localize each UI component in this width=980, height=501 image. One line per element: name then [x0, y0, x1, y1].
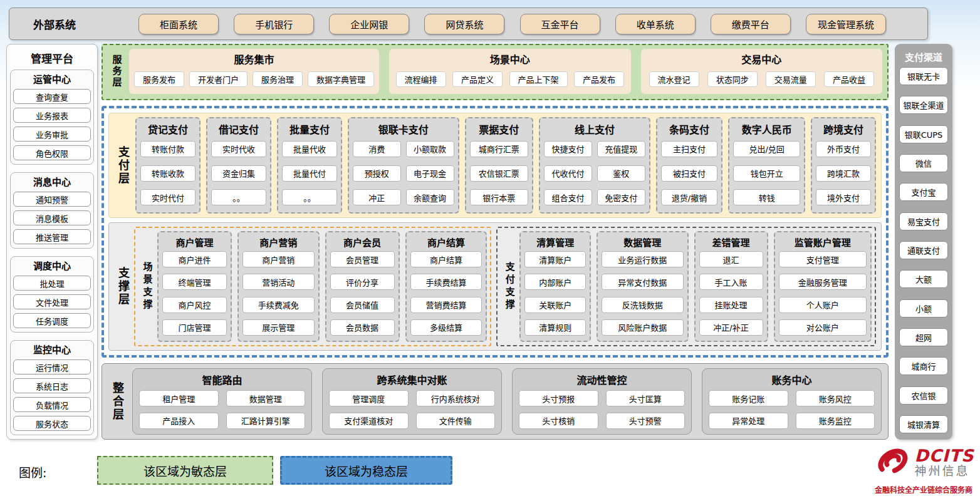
external-system-button[interactable]: 收单系统 — [615, 14, 696, 34]
scene-support-item-button[interactable]: 商户风控 — [162, 297, 227, 313]
payment-item-button[interactable]: 电子现金 — [406, 165, 454, 182]
payment-channel-button[interactable]: 银联无卡 — [899, 67, 948, 85]
management-item-button[interactable]: 运行情况 — [13, 359, 91, 374]
management-item-button[interactable]: 负载情况 — [13, 397, 91, 412]
management-item-button[interactable]: 角色权限 — [13, 145, 91, 160]
service-item-button[interactable]: 开发者门户 — [189, 71, 248, 87]
payment-item-button[interactable]: 银行本票 — [470, 189, 529, 205]
payment-item-button[interactable]: 冲正 — [353, 189, 401, 205]
scene-support-item-button[interactable]: 商户结算 — [410, 251, 482, 267]
payment-item-button[interactable]: 批量代付 — [282, 165, 337, 182]
payment-channel-button[interactable]: 支付宝 — [899, 183, 948, 201]
external-system-button[interactable]: 企业网银 — [329, 14, 409, 34]
payment-item-button[interactable]: 转账收款 — [140, 165, 195, 182]
integration-item-button[interactable]: 账务监控 — [796, 413, 875, 429]
service-item-button[interactable]: 产品发布 — [574, 71, 624, 87]
service-item-button[interactable]: 产品收益 — [824, 71, 874, 87]
service-item-button[interactable]: 产品上下架 — [509, 71, 568, 87]
integration-item-button[interactable]: 账务风控 — [796, 390, 875, 406]
payment-item-button[interactable]: 境外支付 — [816, 189, 871, 205]
payment-support-item-button[interactable]: 挂账处理 — [699, 297, 763, 313]
integration-item-button[interactable]: 头寸匡算 — [606, 390, 685, 406]
management-item-button[interactable]: 消息模板 — [13, 210, 91, 225]
scene-support-item-button[interactable]: 营销费结算 — [410, 297, 482, 313]
external-system-button[interactable]: 现金管理系统 — [806, 14, 886, 34]
payment-support-item-button[interactable]: 内部账户 — [524, 274, 586, 290]
payment-channel-button[interactable]: 小额 — [899, 299, 948, 318]
service-item-button[interactable]: 交易流量 — [766, 71, 816, 87]
payment-support-item-button[interactable]: 清算规则 — [524, 319, 586, 336]
integration-item-button[interactable]: 行内系统核对 — [416, 390, 496, 406]
management-item-button[interactable]: 任务调度 — [13, 313, 91, 328]
payment-item-button[interactable]: 兑出/兑回 — [733, 141, 800, 157]
external-system-button[interactable]: 网贷系统 — [424, 14, 504, 34]
scene-support-item-button[interactable]: 商户进件 — [162, 251, 227, 267]
management-item-button[interactable]: 批处理 — [13, 276, 91, 291]
integration-item-button[interactable]: 管理调度 — [329, 390, 409, 406]
external-system-button[interactable]: 柜面系统 — [138, 14, 219, 34]
payment-channel-button[interactable]: 银联全渠道 — [899, 96, 948, 114]
payment-channel-button[interactable]: 大额 — [899, 270, 948, 288]
management-item-button[interactable]: 通知预警 — [13, 192, 91, 207]
payment-item-button[interactable]: 鉴权 — [597, 165, 645, 182]
integration-item-button[interactable]: 头寸核销 — [519, 413, 598, 429]
payment-item-button[interactable]: 组合支付 — [544, 189, 592, 205]
payment-support-item-button[interactable]: 个人账户 — [779, 297, 867, 313]
payment-item-button[interactable]: 跨境汇款 — [816, 165, 871, 182]
integration-item-button[interactable]: 异常处理 — [709, 413, 788, 429]
payment-support-item-button[interactable]: 清算账户 — [524, 251, 586, 267]
scene-support-item-button[interactable]: 多级结算 — [410, 319, 482, 336]
payment-item-button[interactable]: 小额取款 — [406, 141, 454, 157]
payment-channel-button[interactable]: 超网 — [899, 328, 948, 346]
management-item-button[interactable]: 业务审批 — [13, 127, 91, 142]
management-item-button[interactable]: 系统日志 — [13, 378, 91, 393]
payment-item-button[interactable]: 快捷支付 — [544, 141, 592, 157]
payment-support-item-button[interactable]: 支付管理 — [779, 251, 867, 267]
payment-support-item-button[interactable]: 金融服务管理 — [779, 274, 867, 290]
service-item-button[interactable]: 流水登记 — [649, 71, 699, 87]
integration-item-button[interactable]: 汇路计算引擎 — [226, 413, 306, 429]
service-item-button[interactable]: 产品定义 — [452, 71, 503, 87]
payment-support-item-button[interactable]: 对公账户 — [779, 319, 867, 336]
payment-item-button[interactable]: 实时代收 — [211, 141, 266, 157]
payment-channel-button[interactable]: 城商行 — [899, 357, 948, 375]
payment-item-button[interactable]: 余额查询 — [406, 189, 454, 205]
payment-support-item-button[interactable]: 反洗钱数据 — [602, 297, 683, 313]
payment-channel-button[interactable]: 通联支付 — [899, 241, 948, 259]
payment-item-button[interactable]: 充值提现 — [597, 141, 645, 157]
scene-support-item-button[interactable]: 商户营销 — [242, 251, 315, 267]
scene-support-item-button[interactable]: 终端管理 — [162, 274, 227, 290]
payment-item-button[interactable]: 代收代付 — [544, 165, 592, 182]
integration-item-button[interactable]: 支付渠道核对 — [329, 413, 409, 429]
scene-support-item-button[interactable]: 会员数据 — [330, 319, 395, 336]
payment-support-item-button[interactable]: 业务运行数据 — [602, 251, 683, 267]
payment-item-button[interactable]: 退货/撤销 — [661, 189, 718, 205]
integration-item-button[interactable]: 产品接入 — [139, 413, 219, 429]
management-item-button[interactable]: 推送管理 — [13, 229, 91, 244]
payment-item-button[interactable]: 消费 — [353, 141, 401, 157]
external-system-button[interactable]: 互金平台 — [520, 14, 600, 34]
payment-channel-button[interactable]: 微信 — [899, 154, 948, 172]
payment-item-button[interactable]: 免密支付 — [597, 189, 645, 205]
external-system-button[interactable]: 手机银行 — [234, 14, 314, 34]
payment-support-item-button[interactable]: 关联账户 — [524, 297, 586, 313]
payment-channel-button[interactable]: 农信银 — [899, 386, 948, 405]
payment-item-button[interactable]: 转账付款 — [140, 141, 195, 157]
payment-channel-button[interactable]: 易宝支付 — [899, 212, 948, 230]
payment-item-button[interactable]: 资金归集 — [211, 165, 266, 182]
service-item-button[interactable]: 状态同步 — [707, 71, 758, 87]
payment-support-item-button[interactable]: 手工入账 — [699, 274, 763, 290]
integration-item-button[interactable]: 头寸预警 — [606, 413, 685, 429]
management-item-button[interactable]: 文件处理 — [13, 294, 91, 309]
scene-support-item-button[interactable]: 评价分享 — [330, 274, 395, 290]
service-item-button[interactable]: 流程编排 — [396, 71, 446, 87]
scene-support-item-button[interactable]: 手续费减免 — [242, 297, 315, 313]
integration-item-button[interactable]: 数据管理 — [226, 390, 306, 406]
service-item-button[interactable]: 服务治理 — [253, 71, 303, 87]
payment-support-item-button[interactable]: 退汇 — [699, 251, 763, 267]
payment-item-button[interactable]: 。。 — [211, 189, 266, 205]
service-item-button[interactable]: 服务发布 — [134, 71, 184, 87]
external-system-button[interactable]: 缴费平台 — [711, 14, 791, 34]
payment-item-button[interactable]: 。。 — [282, 189, 337, 205]
integration-item-button[interactable]: 文件传输 — [416, 413, 496, 429]
